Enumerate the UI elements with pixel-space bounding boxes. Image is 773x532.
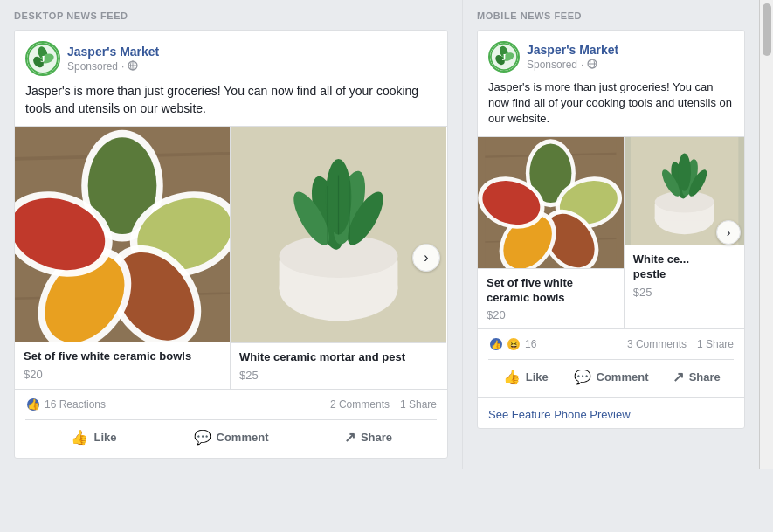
svg-text:J: J [40, 53, 45, 64]
mobile-item-2-info: White ce...pestle $25 [625, 245, 744, 306]
mobile-carousel-item-1[interactable]: Set of five white ceramic bowls $20 [478, 137, 625, 329]
desktop-like-button[interactable]: 👍 Like [25, 424, 162, 451]
mobile-avatar: J [488, 41, 520, 73]
mobile-reactions-count: 16 [525, 338, 536, 350]
desktop-item-2-image [231, 127, 446, 342]
mobile-action-buttons: 👍 Like 💬 Comment ↗ Share [488, 359, 734, 390]
mobile-preview-section: MOBILE NEWS FEED J [462, 0, 759, 469]
desktop-share-icon: ↗ [344, 429, 355, 446]
desktop-carousel-inner: Set of five white ceramic bowls $20 [15, 127, 447, 389]
mobile-body-text: Jasper's is more than just groceries! Yo… [478, 79, 744, 136]
mobile-reactions-right: 3 Comments 1 Share [627, 338, 734, 350]
mobile-item-2-price: $25 [633, 286, 735, 299]
desktop-sponsored: Sponsored · [67, 60, 437, 73]
desktop-action-buttons: 👍 Like 💬 Comment ↗ Share [25, 419, 437, 451]
svg-text:J: J [502, 52, 507, 62]
mobile-like-button[interactable]: 👍 Like [488, 363, 563, 390]
mobile-ad-footer: 👍 😆 16 3 Comments 1 Share 👍 [478, 328, 744, 397]
desktop-like-icon: 👍 [71, 429, 88, 446]
mobile-sponsored: Sponsored · [527, 59, 734, 72]
mobile-item-1-image [478, 137, 624, 268]
mobile-ad-info: Jasper's Market Sponsored · [527, 42, 734, 71]
mobile-page-name[interactable]: Jasper's Market [527, 42, 734, 58]
mobile-reactions-left: 👍 😆 16 [488, 336, 536, 352]
mobile-comment-button[interactable]: 💬 Comment [563, 363, 659, 390]
desktop-carousel: Set of five white ceramic bowls $20 [15, 126, 447, 389]
desktop-item-1-info: Set of five white ceramic bowls $20 [15, 342, 230, 388]
desktop-comment-icon: 💬 [194, 429, 211, 446]
mobile-item-1-title: Set of five white ceramic bowls [487, 276, 615, 306]
right-scrollbar[interactable] [759, 0, 773, 469]
desktop-ad-header: J Jasper's Market Sponsored · [15, 31, 447, 83]
desktop-preview-section: DESKTOP NEWS FEED J [0, 0, 462, 469]
desktop-item-1-price: $20 [24, 368, 221, 381]
desktop-avatar: J [25, 41, 60, 76]
desktop-label: DESKTOP NEWS FEED [14, 10, 448, 21]
desktop-reactions-row: 👍 16 Reactions 2 Comments 1 Share [25, 397, 437, 412]
mobile-item-1-info: Set of five white ceramic bowls $20 [478, 268, 624, 329]
desktop-reaction-icons: 👍 [25, 397, 41, 412]
like-reaction-badge: 👍 [25, 397, 41, 412]
desktop-item-2-title: White ceramic mortar and pest [239, 350, 438, 365]
mobile-like-icon: 👍 [503, 369, 521, 385]
mobile-reaction-icons: 👍 😆 [488, 336, 521, 352]
desktop-reactions-right: 2 Comments 1 Share [330, 398, 437, 411]
desktop-comment-button[interactable]: 💬 Comment [162, 424, 300, 451]
desktop-ad-info: Jasper's Market Sponsored · [67, 44, 437, 73]
desktop-carousel-item-1[interactable]: Set of five white ceramic bowls $20 [15, 127, 231, 389]
mobile-item-1-price: $20 [487, 308, 615, 321]
mobile-haha-badge: 😆 [506, 336, 521, 352]
mobile-carousel: Set of five white ceramic bowls $20 [478, 136, 744, 329]
mobile-ad-card: J Jasper's Market Sponsored · [477, 30, 745, 429]
desktop-item-1-image [15, 127, 230, 342]
desktop-ad-card: J Jasper's Market Sponsored · [14, 30, 448, 459]
mobile-share-icon: ↗ [673, 369, 684, 385]
desktop-page-name[interactable]: Jasper's Market [67, 44, 437, 59]
mobile-reactions-row: 👍 😆 16 3 Comments 1 Share [488, 336, 734, 352]
mobile-label: MOBILE NEWS FEED [477, 10, 745, 21]
desktop-reactions-left: 👍 16 Reactions [25, 397, 106, 412]
desktop-shares-count: 1 Share [400, 398, 437, 411]
desktop-item-1-title: Set of five white ceramic bowls [24, 349, 221, 364]
mobile-ad-header: J Jasper's Market Sponsored · [478, 31, 744, 79]
mobile-carousel-inner: Set of five white ceramic bowls $20 [478, 137, 744, 329]
desktop-body-text: Jasper's is more than just groceries! Yo… [15, 83, 447, 126]
mobile-share-button[interactable]: ↗ Share [659, 363, 734, 390]
desktop-reactions-count: 16 Reactions [45, 398, 106, 411]
mobile-comments-count: 3 Comments [627, 338, 687, 350]
mobile-shares-count: 1 Share [697, 338, 734, 350]
mobile-comment-icon: 💬 [574, 369, 591, 385]
svg-point-68 [678, 153, 691, 190]
mobile-item-2-title: White ce...pestle [633, 252, 735, 282]
desktop-ad-footer: 👍 16 Reactions 2 Comments 1 Share 👍 Lik [15, 389, 447, 458]
desktop-item-2-info: White ceramic mortar and pest $25 [231, 342, 446, 389]
scrollbar-thumb [763, 3, 771, 56]
globe-icon [128, 60, 138, 73]
desktop-comments-count: 2 Comments [330, 398, 390, 411]
desktop-item-2-price: $25 [239, 369, 438, 382]
desktop-share-button[interactable]: ↗ Share [300, 424, 437, 451]
desktop-carousel-next[interactable]: › [412, 244, 440, 272]
mobile-like-badge: 👍 [488, 336, 504, 352]
feature-phone-link[interactable]: See Feature Phone Preview [488, 408, 631, 421]
feature-phone-link-container: See Feature Phone Preview [478, 397, 744, 428]
mobile-globe-icon [587, 59, 597, 72]
mobile-carousel-next[interactable]: › [716, 220, 741, 245]
